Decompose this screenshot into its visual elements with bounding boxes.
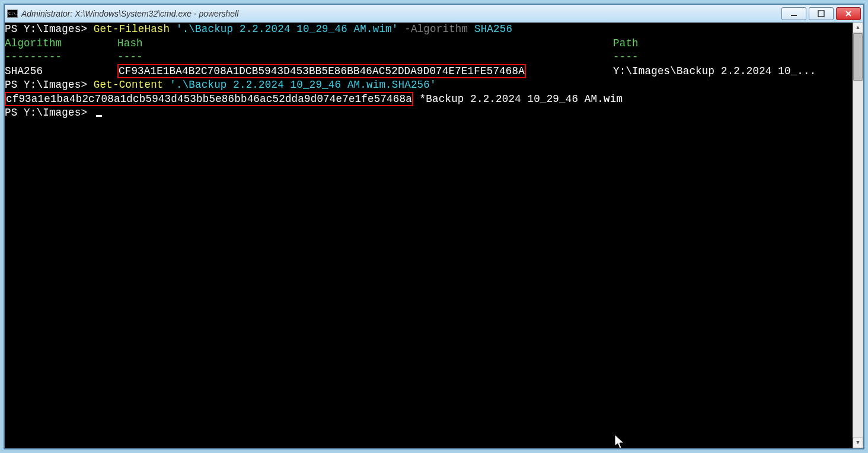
svg-rect-1 <box>818 11 824 17</box>
scrollbar-track[interactable] <box>853 33 863 438</box>
header-hash: Hash <box>117 37 613 51</box>
output-filename: *Backup 2.2.2024 10_29_46 AM.wim <box>413 93 623 105</box>
output-hash: cf93a1e1ba4b2c708a1dcb5943d453bb5e86bb46… <box>5 92 413 106</box>
svg-rect-0 <box>791 15 797 16</box>
row-hash-box: CF93A1E1BA4B2C708A1DCB5943D453BB5E86BB46… <box>117 65 613 79</box>
cmd-arg: '.\Backup 2.2.2024 10_29_46 AM.wim' <box>176 23 398 35</box>
scroll-up-button[interactable]: ▲ <box>853 23 863 33</box>
console-output[interactable]: PS Y:\Images> Get-FileHash '.\Backup 2.2… <box>5 23 853 448</box>
vertical-scrollbar[interactable]: ▲ ▼ <box>853 23 863 448</box>
cmd-param-name: -Algorithm <box>398 23 474 35</box>
maximize-button[interactable] <box>809 7 834 20</box>
cmdlet: Get-Content <box>94 79 170 91</box>
cmd-icon: C:\. <box>7 9 18 18</box>
close-button[interactable] <box>836 7 861 20</box>
text-cursor <box>96 115 102 117</box>
ps-prompt: PS Y:\Images> <box>5 79 94 91</box>
row-algorithm: SHA256 <box>5 65 117 79</box>
console-body: PS Y:\Images> Get-FileHash '.\Backup 2.2… <box>5 23 863 448</box>
console-window: C:\. Administrator: X:\Windows\System32\… <box>4 4 864 449</box>
header-path: Path <box>613 37 639 49</box>
minimize-button[interactable] <box>781 7 806 20</box>
ps-prompt: PS Y:\Images> <box>5 23 94 35</box>
row-path: Y:\Images\Backup 2.2.2024 10_... <box>613 65 816 77</box>
dashes-algorithm: --------- <box>5 50 117 65</box>
scrollbar-thumb[interactable] <box>853 33 863 81</box>
header-algorithm: Algorithm <box>5 37 117 51</box>
window-title: Administrator: X:\Windows\System32\cmd.e… <box>21 9 781 18</box>
titlebar[interactable]: C:\. Administrator: X:\Windows\System32\… <box>5 5 863 23</box>
window-controls <box>781 7 861 20</box>
cmd-arg: '.\Backup 2.2.2024 10_29_46 AM.wim.SHA25… <box>170 79 436 91</box>
cmd-param-value: SHA256 <box>474 23 512 35</box>
ps-prompt: PS Y:\Images> <box>5 107 94 119</box>
cmdlet: Get-FileHash <box>94 23 176 35</box>
scroll-down-button[interactable]: ▼ <box>853 438 863 448</box>
row-hash: CF93A1E1BA4B2C708A1DCB5943D453BB5E86BB46… <box>117 64 526 78</box>
dashes-hash: ---- <box>117 50 613 65</box>
dashes-path: ---- <box>613 51 639 63</box>
